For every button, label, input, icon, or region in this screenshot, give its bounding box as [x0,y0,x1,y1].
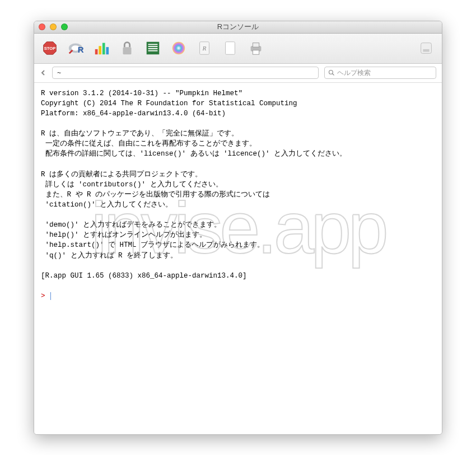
svg-rect-6 [99,46,101,54]
toolbar: STOP R R [34,34,442,64]
close-button[interactable] [39,24,45,30]
svg-rect-18 [226,42,235,55]
svg-rect-14 [148,50,158,51]
svg-rect-7 [102,43,105,55]
svg-rect-21 [253,50,259,55]
svg-text:R: R [202,45,207,51]
print-icon[interactable] [246,38,266,58]
svg-rect-5 [95,49,98,54]
chevron-left-icon[interactable] [40,69,46,76]
barchart-icon[interactable] [91,38,111,58]
stop-button[interactable]: STOP [40,38,60,58]
r-console-window: Rコンソール STOP R R [34,21,442,435]
svg-text:STOP: STOP [44,46,55,51]
lines-icon[interactable] [143,38,163,58]
window-controls [34,24,68,30]
lock-icon[interactable] [117,38,137,58]
search-placeholder: ヘルプ検索 [337,68,371,78]
svg-rect-8 [106,47,109,54]
svg-rect-9 [123,47,132,54]
minimize-button[interactable] [50,24,57,30]
console-output[interactable]: R version 3.1.2 (2014-10-31) -- "Pumpkin… [34,83,442,434]
drive-icon[interactable] [416,38,436,58]
search-icon [328,69,335,76]
zoom-button[interactable] [61,24,68,30]
svg-rect-11 [148,44,158,45]
svg-point-24 [329,71,333,74]
svg-point-15 [172,42,185,55]
titlebar: Rコンソール [34,21,442,34]
cursor [50,292,51,300]
working-directory-input[interactable]: ~ [52,67,319,79]
svg-rect-12 [148,46,158,47]
svg-rect-20 [253,43,259,48]
window-title: Rコンソール [34,22,442,32]
console-text: R version 3.1.2 (2014-10-31) -- "Pumpkin… [41,90,347,280]
prompt: > [41,292,45,300]
working-directory-value: ~ [57,69,61,77]
r-document-icon[interactable]: R [194,38,214,58]
svg-text:R: R [78,45,84,54]
new-document-icon[interactable] [220,38,240,58]
svg-line-25 [333,74,334,76]
color-picker-icon[interactable] [169,38,189,58]
svg-rect-13 [148,48,158,49]
r-source-icon[interactable]: R [66,38,86,58]
help-search-input[interactable]: ヘルプ検索 [324,67,436,79]
svg-rect-23 [423,49,429,52]
filter-bar: ~ ヘルプ検索 [34,64,442,83]
